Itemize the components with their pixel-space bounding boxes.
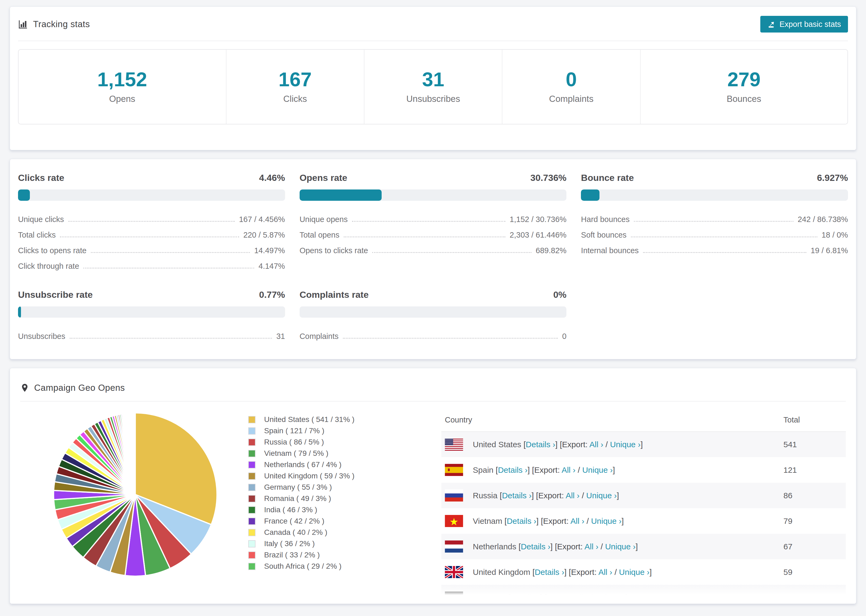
rate-detail-label: Hard bounces	[581, 215, 630, 225]
export-unique-link[interactable]: Unique ›	[591, 517, 622, 525]
details-link[interactable]: Details ›	[510, 593, 540, 602]
rate-detail-label: Complaints	[299, 332, 339, 343]
rate-detail-value: 31	[276, 332, 285, 343]
rate-progress-fill	[581, 190, 600, 201]
legend-item-germany: Germany ( 55 / 3% )	[248, 482, 364, 493]
export-unique-link[interactable]: Unique ›	[610, 440, 640, 449]
legend-label: United States ( 541 / 31% )	[264, 415, 354, 424]
details-link[interactable]: Details ›	[535, 567, 564, 577]
bracket: [	[505, 517, 507, 525]
country-name: Russia	[473, 491, 500, 500]
country-name: United Kingdom	[473, 567, 532, 577]
stat-label: Opens	[109, 94, 135, 104]
details-link[interactable]: Details ›	[502, 491, 531, 500]
dotted-leader	[70, 338, 272, 339]
bracket: ] [Export:	[540, 593, 574, 602]
nl-flag-icon	[445, 541, 463, 553]
bracket: ]	[650, 567, 652, 577]
details-link[interactable]: Details ›	[498, 465, 527, 475]
page-title: Tracking stats	[33, 19, 90, 29]
rate-detail-row: Soft bounces18 / 0%	[581, 225, 848, 241]
export-unique-link[interactable]: Unique ›	[586, 491, 617, 500]
export-unique-link[interactable]: Unique ›	[619, 567, 650, 577]
rate-value: 0.77%	[259, 289, 285, 300]
bracket: ] [Export:	[536, 517, 570, 525]
dotted-leader	[83, 268, 254, 269]
rate-block-clicks-rate: Clicks rate4.46%Unique clicks167 / 4.456…	[18, 173, 285, 272]
export-all-link[interactable]: All ›	[589, 440, 603, 449]
country-total: 79	[780, 508, 846, 534]
rate-progress-track	[299, 190, 567, 201]
geo-content: United States ( 541 / 31% )Spain ( 121 /…	[20, 402, 846, 604]
rate-block-opens-rate: Opens rate30.736%Unique opens1,152 / 30.…	[299, 173, 567, 272]
export-icon	[767, 20, 776, 28]
campaign-geo-opens-card: Campaign Geo Opens United States ( 541 /…	[10, 368, 856, 604]
bracket: ] [Export:	[531, 491, 565, 500]
rate-detail-row: Opens to clicks rate689.82%	[299, 241, 567, 257]
legend-swatch	[248, 529, 255, 536]
legend-item-russia: Russia ( 86 / 5% )	[248, 437, 364, 448]
stat-cell-opens: 1,152Opens	[19, 50, 226, 124]
export-all-link[interactable]: All ›	[570, 517, 584, 525]
export-all-link[interactable]: All ›	[565, 491, 579, 500]
tracking-stats-card: Tracking stats Export basic stats 1,152O…	[10, 6, 856, 150]
rate-detail-label: Opens to clicks rate	[299, 246, 368, 257]
rate-detail-row: Hard bounces242 / 86.738%	[581, 210, 848, 225]
legend-swatch	[248, 540, 255, 547]
legend-item-vietnam: Vietnam ( 79 / 5% )	[248, 448, 364, 459]
stat-value: 31	[422, 70, 444, 90]
country-name: Netherlands	[473, 542, 518, 551]
legend-swatch	[248, 416, 255, 423]
bracket: ] [Export:	[527, 465, 562, 475]
geo-table-wrap: Country Total United States [Details ›] …	[441, 410, 846, 604]
vn-flag-icon	[445, 515, 463, 527]
export-all-link[interactable]: All ›	[584, 542, 598, 551]
rate-value: 6.927%	[817, 173, 848, 183]
legend-swatch	[248, 461, 255, 468]
dotted-leader	[631, 237, 817, 237]
export-all-link[interactable]: All ›	[598, 567, 612, 577]
rate-block-unsubscribe-rate: Unsubscribe rate0.77%Unsubscribes31	[18, 289, 285, 343]
export-basic-stats-button[interactable]: Export basic stats	[760, 16, 848, 33]
export-all-link[interactable]: All ›	[562, 465, 576, 475]
export-unique-link[interactable]: Unique ›	[582, 465, 612, 475]
legend-item-romania: Romania ( 49 / 3% )	[248, 493, 364, 504]
legend-label: Vietnam ( 79 / 5% )	[264, 449, 328, 458]
bracket: ]	[622, 517, 624, 525]
details-link[interactable]: Details ›	[526, 440, 555, 449]
stat-value: 167	[279, 70, 312, 90]
rate-detail-row: Total clicks220 / 5.87%	[18, 225, 285, 241]
country-links: Netherlands [Details ›] [Export: All › /…	[473, 542, 638, 551]
dotted-leader	[91, 252, 250, 253]
rate-detail-value: 0	[562, 332, 567, 343]
geo-table-row-vietnam: Vietnam [Details ›] [Export: All › / Uni…	[441, 508, 846, 534]
stat-cell-clicks: 167Clicks	[226, 50, 364, 124]
dotted-leader	[372, 252, 531, 253]
country-total: 59	[780, 559, 846, 585]
rate-detail-value: 1,152 / 30.736%	[510, 215, 567, 225]
stat-cell-complaints: 0Complaints	[502, 50, 640, 124]
legend-swatch	[248, 495, 255, 502]
export-unique-link[interactable]: Unique ›	[605, 542, 636, 551]
legend-item-brazil: Brazil ( 33 / 2% )	[248, 549, 364, 561]
rate-detail-row: Clicks to opens rate14.497%	[18, 241, 285, 257]
rate-progress-fill	[18, 306, 21, 318]
export-unique-link[interactable]: Unique ›	[595, 593, 625, 602]
bracket: ] [Export:	[555, 440, 589, 449]
rate-detail-row: Unique clicks167 / 4.456%	[18, 210, 285, 225]
legend-item-italy: Italy ( 36 / 2% )	[248, 538, 364, 549]
us-flag-icon	[445, 438, 463, 451]
rate-progress-fill	[18, 190, 30, 201]
export-basic-stats-label: Export basic stats	[779, 20, 841, 29]
bar-chart-icon	[18, 19, 28, 29]
legend-item-spain: Spain ( 121 / 7% )	[248, 425, 364, 437]
rate-detail-value: 18 / 0%	[822, 231, 848, 241]
bracket: [	[508, 593, 510, 602]
details-link[interactable]: Details ›	[521, 542, 550, 551]
legend-swatch	[248, 506, 255, 514]
rate-progress-track	[18, 306, 285, 318]
stat-cell-unsubscribes: 31Unsubscribes	[364, 50, 502, 124]
export-all-link[interactable]: All ›	[574, 593, 588, 602]
details-link[interactable]: Details ›	[507, 517, 536, 525]
rate-detail-value: 2,303 / 61.446%	[510, 231, 567, 241]
